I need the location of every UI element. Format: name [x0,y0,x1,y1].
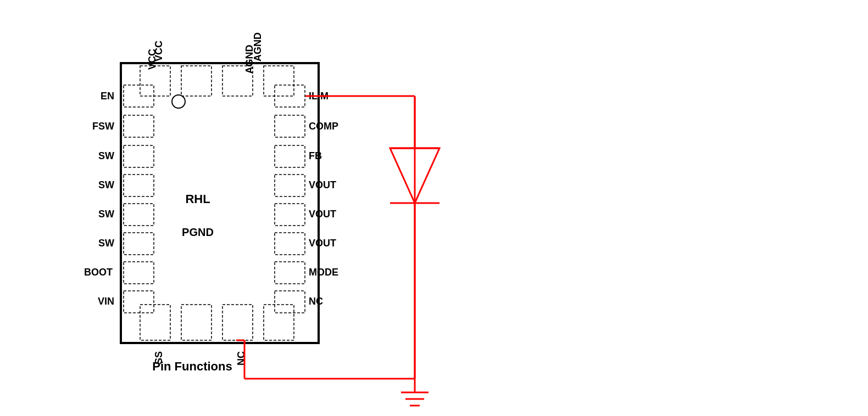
agnd-top: AGND [252,32,263,61]
sw2-label: SW [98,179,114,190]
vin-label: VIN [98,296,114,307]
fb-label: FB [309,150,322,161]
sw3-label: SW [98,209,114,220]
vout1-label: VOUT [309,179,336,190]
pgnd-label: PGND [182,226,214,238]
vcc-top: VCC [153,41,164,61]
vout2-label: VOUT [309,209,336,220]
sw1-label: SW [98,150,114,161]
pin-functions-label: Pin Functions [152,359,232,373]
mode-label: MODE [309,267,338,278]
comp-label: COMP [309,121,338,132]
nc-right-label: NC [309,296,323,307]
svg-rect-0 [121,63,319,343]
en-label: EN [101,91,114,102]
vout3-label: VOUT [309,238,336,249]
diagram-container: RHL PGND VCC AGND VCC AGND EN FSW SW SW … [0,0,868,416]
sw4-label: SW [98,238,114,249]
boot-label: BOOT [84,267,113,278]
fsw-label: FSW [92,121,114,132]
rhl-label: RHL [185,192,210,206]
